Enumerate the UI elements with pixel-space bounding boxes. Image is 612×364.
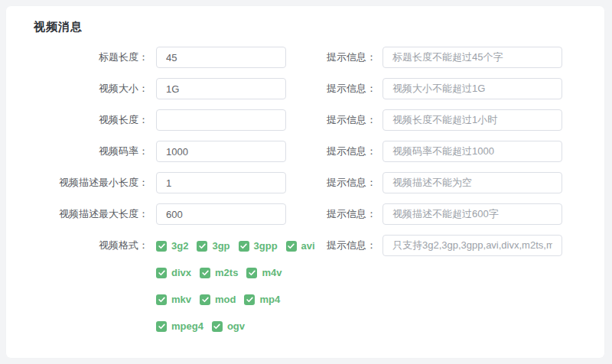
hint-input[interactable] [382,203,562,225]
format-checkbox-option[interactable]: ogv [212,320,245,332]
form-row-video-format: 视频格式： 3g2 3gp 3gpp avi [6,235,604,347]
form-row: 标题长度： 提示信息： [6,47,604,68]
checkbox-checked-icon [156,268,167,278]
format-checkbox-option[interactable]: 3g2 [156,240,188,252]
field-label: 视频描述最小长度： [34,172,148,193]
checkbox-option-label: m2ts [215,267,238,278]
checkbox-option-label: mp4 [259,294,280,305]
hint-input[interactable] [382,109,562,131]
field-input[interactable] [156,78,286,99]
checkbox-option-label: mpeg4 [171,320,203,332]
field-input[interactable] [156,109,286,131]
checkbox-checked-icon [197,241,207,252]
checkbox-checked-icon [156,321,167,332]
field-input[interactable] [156,141,286,162]
format-checkbox-option[interactable]: m2ts [200,267,238,278]
checkbox-option-label: m4v [262,267,282,278]
checkbox-checked-icon [156,241,167,252]
form-rows: 标题长度： 提示信息： 视频大小： 提示信息： 视频长度： 提示信息： 视频码率… [6,47,604,347]
hint-label: 提示信息： [286,109,376,131]
checkbox-line: mpeg4 ogv [156,320,286,332]
format-checkbox-option[interactable]: mod [200,294,236,305]
checkbox-checked-icon [200,268,210,278]
page-title: 视频消息 [6,6,604,34]
field-label: 视频码率： [34,141,148,162]
field-label: 视频长度： [34,109,148,131]
hint-input[interactable] [382,141,562,162]
checkbox-checked-icon [212,321,223,332]
form-row: 视频描述最小长度： 提示信息： [6,172,604,193]
hint-label: 提示信息： [286,203,376,225]
form-row: 视频描述最大长度： 提示信息： [6,203,604,225]
checkbox-checked-icon [246,268,257,278]
hint-label: 提示信息： [286,172,376,193]
checkbox-option-label: ogv [227,320,245,332]
field-label: 视频描述最大长度： [34,203,148,225]
format-checkbox-option[interactable]: mpeg4 [156,320,203,332]
format-checkbox-option[interactable]: mp4 [244,294,280,305]
checkbox-checked-icon [156,294,167,305]
field-label: 视频格式： [34,235,148,256]
form-row: 视频码率： 提示信息： [6,141,604,162]
hint-label: 提示信息： [286,235,376,256]
checkbox-option-label: 3gp [212,240,230,252]
form-row: 视频长度： 提示信息： [6,109,604,131]
hint-input[interactable] [382,235,562,256]
format-checkbox-option[interactable]: 3gp [197,240,230,252]
field-input[interactable] [156,172,286,193]
form-row: 视频大小： 提示信息： [6,78,604,99]
format-checkbox-option[interactable]: mkv [156,294,191,305]
checkbox-lines: 3g2 3gp 3gpp avi divx [156,235,286,347]
video-message-card: 视频消息 标题长度： 提示信息： 视频大小： 提示信息： 视频长度： 提示信息：… [6,6,604,358]
checkbox-line: mkv mod mp4 [156,294,286,305]
checkbox-line: divx m2ts m4v [156,267,286,278]
checkbox-option-label: mod [215,294,236,305]
format-checkbox-option[interactable]: 3gpp [239,240,278,252]
hint-input[interactable] [382,78,562,99]
field-input[interactable] [156,203,286,225]
hint-label: 提示信息： [286,47,376,68]
checkbox-option-label: 3g2 [171,240,188,252]
checkbox-checked-icon [244,294,255,305]
hint-label: 提示信息： [286,78,376,99]
checkbox-option-label: divx [171,267,191,278]
checkbox-checked-icon [239,241,249,252]
field-input[interactable] [156,47,286,68]
checkbox-checked-icon [200,294,210,305]
hint-input[interactable] [382,47,562,68]
field-label: 标题长度： [34,47,148,68]
hint-input[interactable] [382,172,562,193]
checkbox-line: 3g2 3gp 3gpp avi [156,240,286,252]
format-checkbox-option[interactable]: m4v [246,267,282,278]
checkbox-option-label: 3gpp [254,240,278,252]
format-checkbox-option[interactable]: divx [156,267,191,278]
hint-label: 提示信息： [286,141,376,162]
checkbox-option-label: mkv [171,294,191,305]
field-label: 视频大小： [34,78,148,99]
